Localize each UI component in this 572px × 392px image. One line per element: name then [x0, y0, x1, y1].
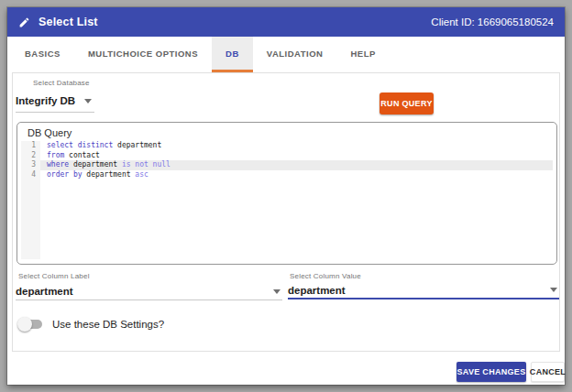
line-number-gutter: 1 2 3 4: [21, 141, 40, 259]
save-changes-button[interactable]: SAVE CHANGES: [456, 362, 526, 382]
db-settings-toggle-label: Use these DB Settings?: [52, 319, 164, 330]
line-number: 4: [21, 170, 40, 180]
code-lines[interactable]: select distinct department from contact …: [40, 141, 553, 180]
toggle-thumb: [17, 317, 32, 332]
sql-text: department: [113, 141, 161, 149]
tab-validation[interactable]: VALIDATION: [253, 37, 337, 72]
code-area[interactable]: 1 2 3 4 select distinct department from …: [21, 141, 553, 259]
database-select[interactable]: Integrify DB: [16, 90, 94, 113]
dialog-header: Select List Client ID: 1669065180524: [7, 7, 565, 37]
select-column-value-label: Select Column Value: [290, 272, 361, 280]
db-query-label: DB Query: [28, 127, 72, 138]
dropdown-arrow-icon: [550, 288, 557, 292]
db-query-editor[interactable]: DB Query 1 2 3 4 select distinct departm…: [16, 122, 557, 265]
sql-keyword: is not null: [122, 160, 170, 169]
dropdown-arrow-icon: [273, 289, 280, 294]
line-number: 3: [21, 160, 40, 170]
sql-keyword: select distinct: [47, 141, 113, 149]
column-label-select-value: department: [16, 286, 73, 297]
cancel-button[interactable]: CANCEL: [531, 362, 565, 382]
select-column-label-label: Select Column Label: [18, 272, 90, 280]
tab-help[interactable]: HELP: [336, 37, 389, 72]
tab-db[interactable]: DB: [212, 37, 253, 72]
code-line[interactable]: from contact: [40, 151, 553, 161]
dropdown-arrow-icon: [84, 99, 92, 103]
edit-pencil-icon: [18, 16, 30, 28]
database-select-value: Integrify DB: [16, 95, 75, 106]
sql-text: department: [69, 160, 122, 169]
select-database-label: Select Database: [33, 79, 90, 87]
column-label-select[interactable]: department: [16, 283, 282, 300]
code-line-active[interactable]: where department is not null: [40, 160, 553, 170]
code-line[interactable]: order by department asc: [40, 170, 553, 180]
line-number: 1: [21, 141, 40, 151]
tab-multichoice-options[interactable]: MULTICHOICE OPTIONS: [74, 37, 212, 72]
tab-bar: BASICS MULTICHOICE OPTIONS DB VALIDATION…: [7, 37, 565, 72]
db-tab-panel: Select Database Integrify DB RUN QUERY D…: [12, 72, 560, 352]
run-query-button[interactable]: RUN QUERY: [380, 93, 434, 114]
client-id: Client ID: 1669065180524: [431, 16, 554, 27]
db-settings-toggle[interactable]: [18, 319, 42, 330]
sql-text: contact: [64, 151, 100, 159]
column-value-select-value: department: [288, 285, 346, 296]
sql-text: department: [82, 170, 136, 179]
db-settings-toggle-row: Use these DB Settings?: [18, 319, 164, 330]
sql-keyword: order by: [47, 170, 82, 179]
sql-keyword: asc: [135, 170, 148, 179]
tab-basics[interactable]: BASICS: [11, 37, 74, 72]
sql-keyword: where: [47, 160, 69, 169]
column-value-select[interactable]: department: [288, 282, 559, 299]
select-list-dialog: Select List Client ID: 1669065180524 BAS…: [7, 7, 565, 385]
code-line[interactable]: select distinct department: [40, 141, 553, 151]
line-number: 2: [21, 151, 40, 161]
sql-keyword: from: [47, 151, 64, 159]
dialog-title: Select List: [38, 16, 98, 28]
